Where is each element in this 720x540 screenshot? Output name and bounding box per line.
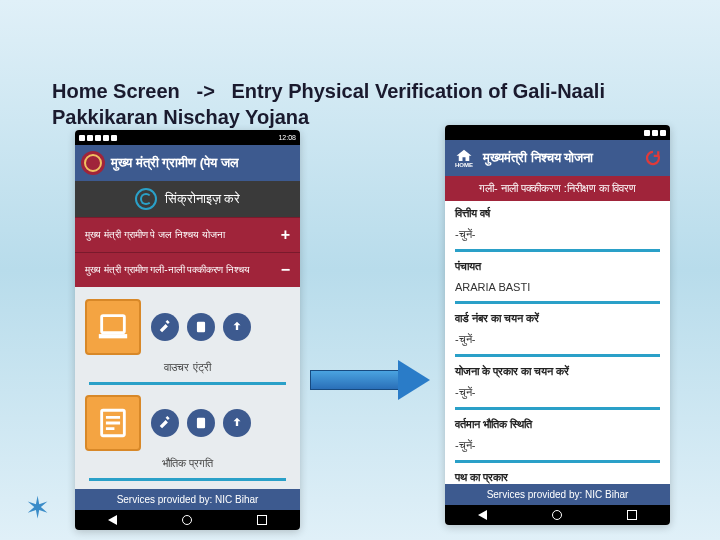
field-financial-year[interactable]: वित्तीय वर्ष -चुनें-	[445, 201, 670, 254]
home-icon[interactable]	[182, 515, 192, 525]
svg-rect-0	[102, 316, 125, 333]
flow-arrow	[310, 360, 440, 400]
field-scheme-type[interactable]: योजना के प्रकार का चयन करें -चुनें-	[445, 359, 670, 412]
menu-item-gali-naali[interactable]: मुख्य मंत्री ग्रामीण गली-नाली पक्कीकरण न…	[75, 252, 300, 287]
back-icon[interactable]	[478, 510, 487, 520]
expand-icon: +	[281, 226, 290, 244]
field-label: योजना के प्रकार का चयन करें	[455, 365, 660, 378]
android-nav	[75, 510, 300, 530]
status-bar	[445, 125, 670, 140]
svg-rect-4	[197, 418, 205, 429]
menu-item-pey-jal[interactable]: मुख्य मंत्री ग्रामीण पे जल निश्चय योजना …	[75, 217, 300, 252]
field-value: ARARIA BASTI	[455, 275, 660, 304]
status-icons-right	[644, 130, 666, 136]
svg-rect-2	[197, 322, 205, 333]
field-label: वर्तमान भौतिक स्थिति	[455, 418, 660, 431]
submenu-panel: वाउचर एंट्री भौतिक प्रगति	[75, 287, 300, 491]
field-label: पथ का प्रकार	[455, 471, 660, 484]
action-edit-icon[interactable]	[151, 313, 179, 341]
footer-bar: Services provided by: NIC Bihar	[75, 489, 300, 510]
recent-icon[interactable]	[257, 515, 267, 525]
field-value: -चुनें-	[455, 433, 660, 463]
status-bar: 12:08	[75, 130, 300, 145]
report-icon	[96, 406, 130, 440]
laptop-icon	[96, 310, 130, 344]
app-header: HOME मुख्यमंत्री निश्चय योजना	[445, 140, 670, 176]
emblem-icon	[81, 151, 105, 175]
tile-row-voucher	[81, 293, 294, 365]
sync-label: सिंक्रोनाइज़ करे	[165, 191, 241, 207]
action-upload-icon[interactable]	[223, 409, 251, 437]
home-icon[interactable]	[552, 510, 562, 520]
app-title: मुख्यमंत्री निश्चय योजना	[483, 150, 593, 166]
home-screen-phone: 12:08 मुख्य मंत्री ग्रामीण (पेय जल सिंक्…	[75, 130, 300, 530]
app-title: मुख्य मंत्री ग्रामीण (पेय जल	[111, 155, 239, 171]
star-bullet-icon: ✶	[25, 490, 50, 525]
field-physical-status[interactable]: वर्तमान भौतिक स्थिति -चुनें-	[445, 412, 670, 465]
action-list-icon[interactable]	[187, 313, 215, 341]
svg-rect-1	[99, 334, 127, 338]
field-value: -चुनें-	[455, 327, 660, 357]
field-panchayat[interactable]: पंचायत ARARIA BASTI	[445, 254, 670, 306]
tile-row-progress	[81, 389, 294, 461]
android-nav	[445, 505, 670, 525]
form-sub-header: गली- नाली पक्कीकरण :निरीक्षण का विवरण	[445, 176, 670, 201]
page-title: Home Screen -> Entry Physical Verificati…	[52, 78, 680, 130]
arrow-stem	[310, 370, 400, 390]
tile-label-voucher: वाउचर एंट्री	[89, 361, 286, 385]
action-edit-icon[interactable]	[151, 409, 179, 437]
app-header: मुख्य मंत्री ग्रामीण (पेय जल	[75, 145, 300, 181]
field-label: वित्तीय वर्ष	[455, 207, 660, 220]
home-caption: HOME	[455, 162, 473, 168]
field-value: -चुनें-	[455, 380, 660, 410]
action-upload-icon[interactable]	[223, 313, 251, 341]
house-icon	[455, 148, 473, 162]
recent-icon[interactable]	[627, 510, 637, 520]
home-button[interactable]: HOME	[451, 145, 477, 171]
progress-tile-icon[interactable]	[85, 395, 141, 451]
menu-label: मुख्य मंत्री ग्रामीण गली-नाली पक्कीकरण न…	[85, 264, 250, 276]
footer-bar: Services provided by: NIC Bihar	[445, 484, 670, 505]
menu-label: मुख्य मंत्री ग्रामीण पे जल निश्चय योजना	[85, 229, 225, 241]
back-icon[interactable]	[108, 515, 117, 525]
status-icons-left	[79, 135, 117, 141]
field-ward-number[interactable]: वार्ड नंबर का चयन करें -चुनें-	[445, 306, 670, 359]
field-label: वार्ड नंबर का चयन करें	[455, 312, 660, 325]
refresh-button[interactable]	[642, 147, 664, 169]
refresh-icon	[644, 149, 662, 167]
status-time: 12:08	[278, 134, 296, 141]
sync-icon	[135, 188, 157, 210]
voucher-tile-icon[interactable]	[85, 299, 141, 355]
action-list-icon[interactable]	[187, 409, 215, 437]
field-label: पंचायत	[455, 260, 660, 273]
collapse-icon: −	[281, 261, 290, 279]
field-value: -चुनें-	[455, 222, 660, 252]
arrow-head-icon	[398, 360, 430, 400]
tile-label-progress: भौतिक प्रगति	[89, 457, 286, 481]
sync-button[interactable]: सिंक्रोनाइज़ करे	[75, 181, 300, 217]
entry-form-phone: HOME मुख्यमंत्री निश्चय योजना गली- नाली …	[445, 125, 670, 525]
